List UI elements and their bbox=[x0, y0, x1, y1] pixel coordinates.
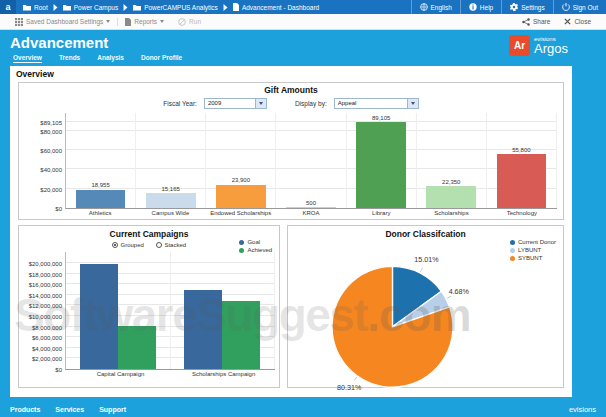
display-by-label: Display by: bbox=[295, 100, 327, 107]
y-tick-label: $10,000,000 bbox=[29, 314, 62, 320]
display-by-select[interactable]: Appeal bbox=[334, 98, 419, 109]
argos-label: Argos bbox=[534, 42, 568, 55]
gift-x-label: Scholarships bbox=[416, 210, 486, 216]
gift-bar-value: 55,800 bbox=[487, 147, 556, 153]
dashboard-header: Advancement OverviewTrendsAnalysisDonor … bbox=[0, 30, 606, 66]
legend-item-current-donor: Current Donor bbox=[510, 239, 556, 245]
pie-label-tick bbox=[354, 377, 357, 381]
gift-bar-endowed-scholarships bbox=[216, 185, 266, 208]
gift-bars: 18,95515,16523,90050089,10522,35055,800 bbox=[66, 113, 557, 208]
toolbar-saved-dashboard-settings[interactable]: Saved Dashboard Settings bbox=[8, 18, 118, 26]
gift-x-label: Technology bbox=[487, 210, 557, 216]
gift-x-label: Library bbox=[346, 210, 416, 216]
gift-amounts-panel: Gift Amounts Fiscal Year: 2009 Display b… bbox=[18, 82, 564, 220]
toolbar-share[interactable]: Share bbox=[515, 18, 557, 26]
breadcrumb-item-root[interactable]: Root bbox=[23, 4, 48, 11]
campaign-chart: $0$2,000,000$4,000,000$6,000,000$8,000,0… bbox=[21, 252, 275, 370]
donor-pie-chart: 15.01%4.68%80.31% bbox=[288, 241, 563, 400]
radio-icon[interactable] bbox=[156, 242, 162, 248]
campaign-group-capital-campaign bbox=[66, 252, 171, 369]
gift-x-label: Endowed Scholarships bbox=[206, 210, 276, 216]
page-title: Advancement bbox=[10, 34, 108, 51]
campaign-x-label: Capital Campaign bbox=[69, 371, 172, 377]
radio-icon[interactable] bbox=[112, 242, 118, 248]
campaign-x-label: Scholarships Campaign bbox=[172, 371, 275, 377]
y-tick-label: $20,000 bbox=[40, 187, 62, 193]
chevron-down-icon bbox=[255, 99, 266, 108]
mode-option-stacked[interactable]: Stacked bbox=[156, 242, 186, 248]
y-tick-label: $89,105 bbox=[40, 120, 62, 126]
breadcrumb-item-advancement-dashboard[interactable]: Advancement - Dashboard bbox=[233, 3, 319, 11]
campaign-legend: GoalAchieved bbox=[239, 239, 272, 255]
footer-brand: evisions bbox=[569, 405, 596, 414]
argos-app-logo[interactable]: a bbox=[0, 0, 16, 14]
gift-bar-value: 500 bbox=[276, 200, 345, 206]
breadcrumb-item-power-campus[interactable]: Power Campus bbox=[63, 4, 118, 11]
gift-x-label: Campus Wide bbox=[135, 210, 205, 216]
breadcrumb-arrow-icon bbox=[223, 4, 228, 11]
gift-bar-value: 22,350 bbox=[417, 179, 486, 185]
chevron-down-icon bbox=[407, 99, 418, 108]
mode-option-grouped[interactable]: Grouped bbox=[112, 242, 144, 248]
breadcrumb-label: Root bbox=[34, 4, 48, 11]
legend-item-goal: Goal bbox=[239, 239, 272, 245]
section-title: Overview bbox=[10, 66, 572, 81]
top-nav-bar: a RootPower CampusPowerCAMPUS AnalyticsA… bbox=[0, 0, 606, 14]
y-tick-label: $0 bbox=[55, 206, 62, 212]
gift-bar-kroa bbox=[286, 207, 336, 208]
tab-analysis[interactable]: Analysis bbox=[97, 54, 124, 63]
tab-overview[interactable]: Overview bbox=[13, 54, 42, 63]
fiscal-year-select[interactable]: 2009 bbox=[204, 98, 267, 109]
y-tick-label: $40,000 bbox=[40, 167, 62, 173]
gift-y-axis: $0$20,000$40,000$60,000$80,000$89,105 bbox=[25, 113, 65, 209]
campaign-bar-achieved bbox=[222, 301, 260, 369]
close-icon bbox=[564, 18, 571, 25]
donor-classification-title: Donor Classifcation bbox=[288, 229, 563, 239]
top-action-english[interactable]: English bbox=[411, 0, 460, 14]
y-tick-label: $60,000 bbox=[40, 148, 62, 154]
top-action-help[interactable]: Help bbox=[460, 0, 501, 14]
y-tick-label: $12,000,000 bbox=[29, 303, 62, 309]
footer-link-support[interactable]: Support bbox=[99, 406, 126, 413]
donor-classification-panel: Donor Classifcation Current DonorLYBUNTS… bbox=[287, 225, 564, 388]
legend-dot-icon bbox=[510, 256, 515, 261]
dashboard-icon bbox=[233, 3, 239, 11]
toolbar-reports[interactable]: Reports bbox=[118, 18, 171, 26]
breadcrumb-label: Power Campus bbox=[74, 4, 118, 11]
gift-amounts-title: Gift Amounts bbox=[19, 85, 563, 95]
top-action-sign-out[interactable]: Sign Out bbox=[553, 0, 606, 14]
grid-icon bbox=[15, 18, 23, 26]
top-action-label: Sign Out bbox=[573, 4, 598, 11]
footer-link-products[interactable]: Products bbox=[10, 406, 40, 413]
caret-down-icon bbox=[160, 20, 164, 23]
pie-label-tick bbox=[447, 296, 451, 298]
info-icon bbox=[469, 3, 477, 11]
breadcrumb-arrow-icon bbox=[123, 4, 128, 11]
top-action-label: Help bbox=[480, 4, 493, 11]
legend-dot-icon bbox=[510, 248, 515, 253]
gear-icon bbox=[510, 3, 518, 11]
y-tick-label: $18,000,000 bbox=[29, 272, 62, 278]
gift-category-column: 500 bbox=[276, 113, 346, 208]
pie-label-tick bbox=[421, 268, 423, 272]
donor-legend: Current DonorLYBUNTSYBUNT bbox=[510, 239, 556, 263]
share-icon bbox=[522, 18, 530, 26]
current-campaigns-panel: Current Campaigns GroupedStacked GoalAch… bbox=[18, 225, 280, 388]
breadcrumb-label: Advancement - Dashboard bbox=[242, 4, 319, 11]
y-tick-label: $6,000,000 bbox=[32, 335, 62, 341]
top-action-label: English bbox=[431, 4, 452, 11]
power-icon bbox=[562, 3, 570, 11]
campaign-bar-goal bbox=[184, 290, 222, 369]
footer-link-services[interactable]: Services bbox=[55, 406, 84, 413]
tab-trends[interactable]: Trends bbox=[59, 54, 80, 63]
argos-brand: Ar evisions Argos bbox=[509, 35, 568, 56]
legend-item-achieved: Achieved bbox=[239, 247, 272, 253]
toolbar-close[interactable]: Close bbox=[557, 18, 598, 26]
breadcrumb-item-powercampus-analytics[interactable]: PowerCAMPUS Analytics bbox=[133, 4, 218, 11]
tab-donor-profile[interactable]: Donor Profile bbox=[141, 54, 182, 63]
gift-amounts-controls: Fiscal Year: 2009 Display by: Appeal bbox=[19, 95, 563, 111]
campaign-group-scholarships-campaign bbox=[171, 252, 276, 369]
top-action-settings[interactable]: Settings bbox=[501, 0, 553, 14]
argos-brand-text: evisions Argos bbox=[534, 36, 568, 55]
folder-icon bbox=[133, 4, 141, 11]
